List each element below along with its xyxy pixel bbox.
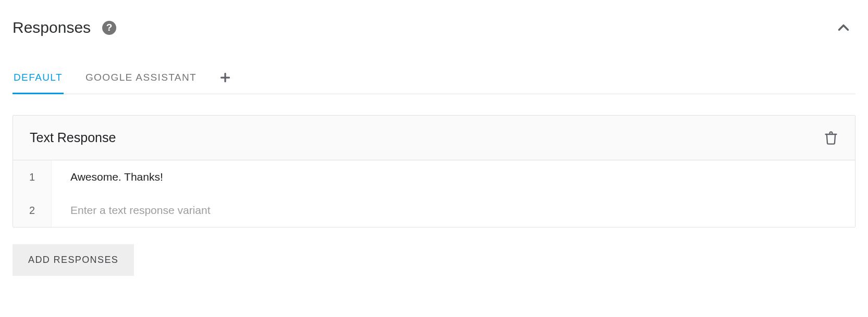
tabs-row: DEFAULT GOOGLE ASSISTANT [13, 65, 855, 94]
plus-icon[interactable] [218, 71, 232, 87]
add-responses-button[interactable]: ADD RESPONSES [13, 244, 134, 276]
text-response-card: Text Response 1 2 [13, 115, 855, 227]
table-row: 1 [13, 160, 855, 194]
card-header: Text Response [13, 116, 855, 160]
response-input[interactable] [52, 160, 855, 194]
section-title-wrap: Responses ? [13, 19, 116, 36]
help-icon[interactable]: ? [102, 21, 116, 35]
card-title: Text Response [30, 130, 116, 145]
row-number: 2 [13, 194, 52, 227]
tab-google-assistant[interactable]: GOOGLE ASSISTANT [84, 65, 198, 94]
trash-icon[interactable] [824, 131, 838, 145]
chevron-up-icon[interactable] [832, 16, 855, 40]
response-rows: 1 2 [13, 160, 855, 227]
section-title: Responses [13, 19, 91, 36]
section-header: Responses ? [13, 16, 855, 40]
tab-default[interactable]: DEFAULT [13, 65, 64, 94]
row-number: 1 [13, 160, 52, 194]
table-row: 2 [13, 194, 855, 227]
response-input[interactable] [52, 194, 855, 227]
